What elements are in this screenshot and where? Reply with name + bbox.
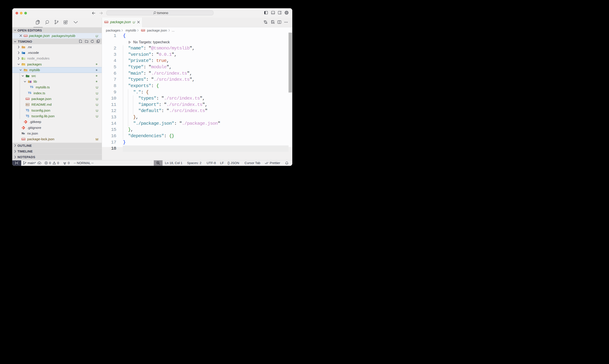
svg-text:TS: TS <box>28 91 31 94</box>
svg-text:npm: npm <box>142 29 145 31</box>
svg-text:M: M <box>26 104 28 106</box>
svg-text:N: N <box>22 132 24 135</box>
svg-text:JS: JS <box>23 58 25 59</box>
svg-text:npm: npm <box>22 138 25 140</box>
svg-text:npm: npm <box>24 35 27 37</box>
svg-text:</>: </> <box>26 76 29 77</box>
svg-text:npm: npm <box>105 21 108 23</box>
svg-text:npm: npm <box>26 98 29 100</box>
svg-text:TS: TS <box>30 86 33 89</box>
svg-text:x: x <box>24 132 25 135</box>
